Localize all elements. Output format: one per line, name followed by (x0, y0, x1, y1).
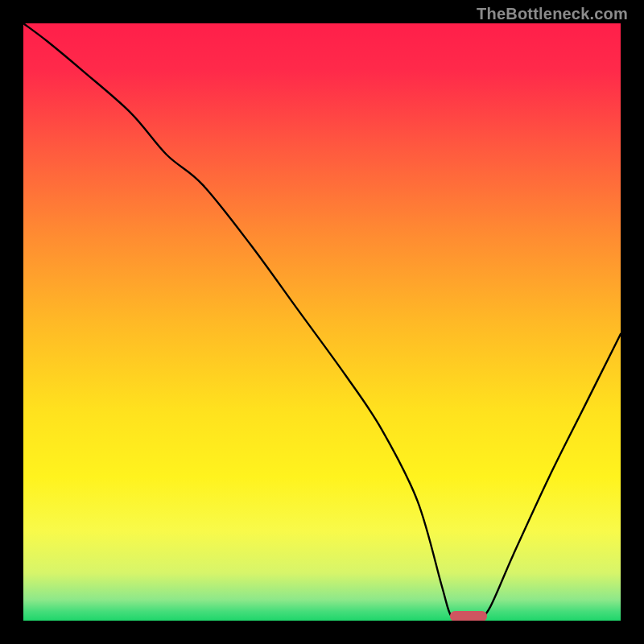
curve-layer (23, 23, 621, 621)
optimal-marker (450, 611, 487, 621)
plot-area (23, 23, 621, 621)
bottleneck-curve (23, 23, 621, 618)
chart-frame: TheBottleneck.com (0, 0, 644, 644)
watermark-text: TheBottleneck.com (477, 5, 628, 23)
